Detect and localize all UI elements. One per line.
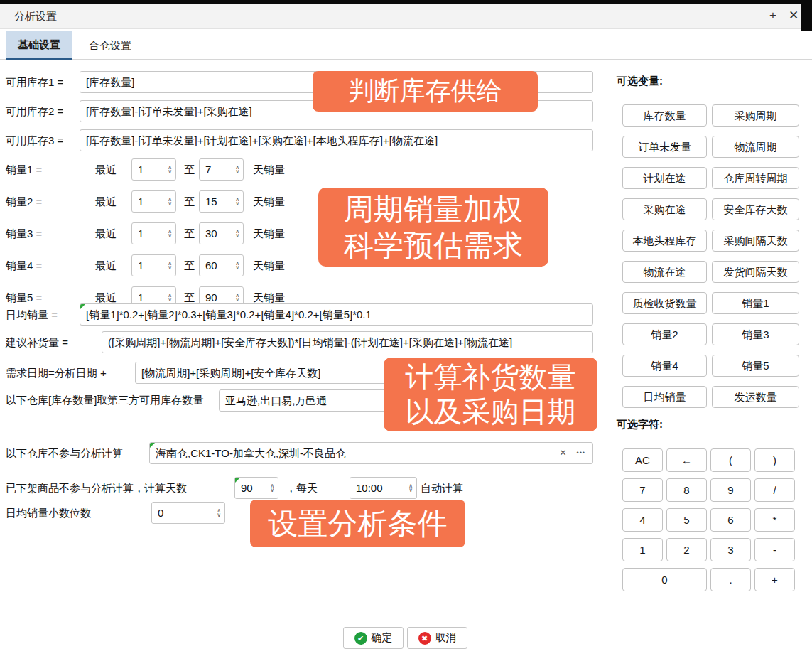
exclude-warehouse-field[interactable]: 海南仓,CK1-TO-加拿大仓,深圳-不良品仓 ✕ •••	[149, 442, 593, 464]
spinner-down-icon[interactable]: ∨	[408, 488, 413, 493]
variable-button[interactable]: 采购周期	[712, 104, 799, 127]
tab-merge-settings[interactable]: 合仓设置	[78, 31, 142, 60]
cancel-button[interactable]: ✖ 取消	[407, 627, 467, 649]
variable-button[interactable]: 发货间隔天数	[712, 261, 799, 283]
variable-button[interactable]: 库存数量	[622, 104, 707, 127]
variable-button[interactable]: 发运数量	[712, 386, 799, 408]
spinner-value[interactable]: 7	[205, 163, 233, 176]
avg-sales-field[interactable]: [销量1]*0.2+[销量2]*0.3+[销量3]*0.2+[销量4]*0.2+…	[80, 303, 593, 326]
keypad-key[interactable]: 3	[710, 538, 751, 561]
sales-2-from-spinner[interactable]: 1∧∨	[131, 190, 176, 213]
spinner-down-icon[interactable]: ∨	[270, 488, 274, 493]
sales-3-from-spinner[interactable]: 1∧∨	[131, 222, 176, 244]
variable-button[interactable]: 本地头程库存	[622, 230, 707, 252]
spinner-down-icon[interactable]: ∨	[168, 170, 172, 174]
sales-1-from-spinner[interactable]: 1∧∨	[131, 158, 176, 181]
suggest-replenish-field[interactable]: ([采购周期]+[物流周期]+[安全库存天数])*[日均销量]-([计划在途]+…	[102, 331, 593, 353]
spinner-value[interactable]: 30	[205, 227, 233, 240]
variable-button[interactable]: 日均销量	[622, 386, 707, 408]
spinner-value[interactable]: 1	[138, 259, 166, 272]
spinner-down-icon[interactable]: ∨	[168, 266, 172, 270]
spinner-down-icon[interactable]: ∨	[168, 234, 172, 238]
sales-3-to-spinner[interactable]: 30∧∨	[199, 222, 244, 244]
variable-button[interactable]: 销量5	[712, 355, 799, 377]
sales-4-to-spinner[interactable]: 60∧∨	[199, 254, 244, 276]
keypad-key[interactable]: +	[754, 568, 795, 591]
keypad-key[interactable]: )	[754, 448, 795, 472]
spinner-value[interactable]: 1	[138, 195, 166, 208]
cancel-button-label: 取消	[435, 631, 457, 645]
variable-button[interactable]: 物流周期	[712, 136, 799, 158]
spinner-value[interactable]: 10:00	[356, 482, 406, 494]
clear-icon[interactable]: ✕	[559, 443, 566, 463]
offshelf-time-spinner[interactable]: 10:00∧∨	[350, 477, 417, 499]
keypad-key[interactable]: .	[710, 568, 751, 591]
spinner-down-icon[interactable]: ∨	[235, 298, 239, 302]
keypad-key[interactable]: 8	[666, 478, 707, 502]
keypad-key[interactable]: 6	[710, 508, 751, 532]
ok-check-icon: ✔	[354, 632, 367, 645]
spinner-down-icon[interactable]: ∨	[235, 170, 239, 174]
ok-button[interactable]: ✔ 确定	[343, 627, 404, 649]
plus-icon[interactable]: +	[764, 4, 782, 29]
variable-button[interactable]: 销量1	[712, 292, 799, 314]
variable-button[interactable]: 安全库存天数	[712, 198, 799, 220]
keypad-key[interactable]: AC	[622, 448, 663, 472]
decimal-places-spinner[interactable]: 0∧∨	[151, 502, 225, 524]
variable-button[interactable]: 质检收货数量	[622, 292, 707, 314]
tab-basic-settings[interactable]: 基础设置	[6, 31, 72, 60]
keypad-key[interactable]: ←	[666, 448, 707, 472]
variable-button[interactable]: 仓库周转周期	[712, 167, 799, 189]
keypad-key[interactable]: 5	[666, 508, 707, 532]
variable-button[interactable]: 订单未发量	[622, 136, 707, 158]
variable-button[interactable]: 销量4	[622, 355, 707, 377]
background-corner	[801, 0, 812, 31]
available-stock-3-field[interactable]: [库存数量]-[订单未发量]+[计划在途]+[采购在途]+[本地头程库存]+[物…	[80, 129, 593, 151]
more-options-icon[interactable]: •••	[577, 443, 585, 463]
spinner-down-icon[interactable]: ∨	[168, 202, 172, 206]
sales-3-prefix: 最近	[95, 222, 117, 244]
analysis-settings-dialog: 分析设置 + ✕ 基础设置 合仓设置 可用库存1 = [库存数量] 可用库存2 …	[0, 0, 812, 661]
sales-2-to-spinner[interactable]: 15∧∨	[199, 190, 244, 213]
spinner-down-icon[interactable]: ∨	[235, 202, 239, 206]
keypad-key[interactable]: *	[754, 508, 795, 532]
variable-button[interactable]: 物流在途	[622, 261, 707, 283]
spinner-value[interactable]: 0	[158, 507, 215, 519]
keypad-key[interactable]: 0	[622, 568, 707, 591]
demand-date-label: 需求日期=分析日期 +	[6, 362, 107, 384]
cancel-x-icon: ✖	[418, 632, 431, 645]
spinner-down-icon[interactable]: ∨	[235, 266, 239, 270]
keypad-key[interactable]: /	[754, 478, 795, 502]
spinner-down-icon[interactable]: ∨	[235, 234, 239, 238]
keypad-key[interactable]: -	[754, 538, 795, 561]
spinner-value[interactable]: 1	[138, 291, 166, 303]
spinner-value[interactable]: 15	[205, 195, 233, 208]
variable-button[interactable]: 采购在途	[622, 198, 707, 220]
variable-button[interactable]: 销量3	[712, 323, 799, 345]
spinner-value[interactable]: 60	[205, 259, 233, 272]
suggest-replenish-label: 建议补货量 =	[6, 331, 68, 353]
spinner-down-icon[interactable]: ∨	[217, 513, 221, 517]
keypad-key[interactable]: 2	[666, 538, 707, 561]
variable-button[interactable]: 销量2	[622, 323, 707, 345]
keypad-key[interactable]: 9	[710, 478, 751, 502]
sales-4-from-spinner[interactable]: 1∧∨	[131, 254, 176, 276]
offshelf-days-spinner[interactable]: 90∧∨	[234, 477, 278, 499]
spinner-value[interactable]: 90	[241, 482, 268, 494]
keypad-key[interactable]: (	[710, 448, 751, 472]
offshelf-mid: ，每天	[286, 477, 318, 499]
available-stock-2-label: 可用库存2 =	[6, 100, 63, 122]
chars-panel-title: 可选字符:	[617, 418, 663, 431]
variable-button[interactable]: 计划在途	[622, 167, 707, 189]
spinner-value[interactable]: 1	[138, 227, 166, 240]
close-icon[interactable]: ✕	[784, 4, 803, 29]
variable-button[interactable]: 采购间隔天数	[712, 230, 799, 252]
sales-1-to-spinner[interactable]: 7∧∨	[199, 158, 244, 181]
sales-1-label: 销量1 =	[6, 158, 42, 181]
spinner-value[interactable]: 1	[138, 163, 166, 176]
spinner-down-icon[interactable]: ∨	[168, 298, 172, 302]
keypad-key[interactable]: 4	[622, 508, 663, 532]
keypad-key[interactable]: 1	[622, 538, 663, 561]
spinner-value[interactable]: 90	[205, 291, 233, 303]
keypad-key[interactable]: 7	[622, 478, 663, 502]
